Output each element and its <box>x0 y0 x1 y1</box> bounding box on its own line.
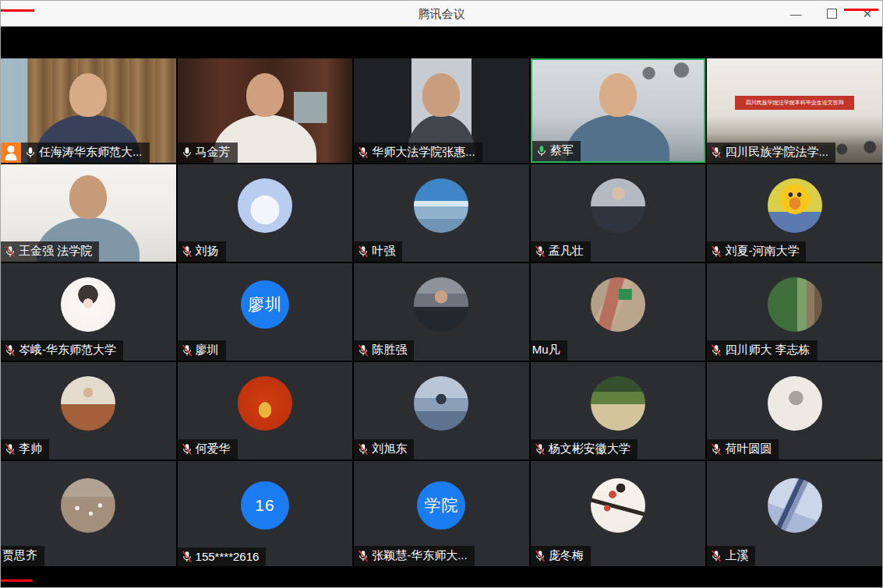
participant-tile[interactable]: 上溪 <box>707 461 882 566</box>
participant-tile[interactable]: 叶强 <box>354 164 529 262</box>
participant-label-row: 贾思齐 <box>1 546 44 566</box>
participant-name: 四川民族学院法学... <box>725 145 828 160</box>
minimize-button[interactable]: — <box>789 7 803 21</box>
participant-tile[interactable]: Mu凡 <box>531 263 706 361</box>
text-avatar: 16 <box>241 481 289 530</box>
mic-muted-icon <box>534 443 546 456</box>
mic-muted-icon <box>4 443 16 456</box>
participant-tile[interactable]: 蔡军 <box>531 58 706 163</box>
maximize-button[interactable] <box>825 7 839 21</box>
participant-name: 王金强 法学院 <box>19 244 92 259</box>
participant-name: 上溪 <box>725 548 748 563</box>
participant-tile[interactable]: 任海涛华东师范大... <box>1 58 176 163</box>
participant-tile[interactable]: 贾思齐 <box>1 461 176 566</box>
red-annotation-line <box>844 9 878 11</box>
participant-name: 杨文彬安徽大学 <box>549 442 630 456</box>
avatar <box>768 478 822 533</box>
participant-tile[interactable]: 刘夏-河南大学 <box>707 164 882 262</box>
participant-tile[interactable]: 四川师大 李志栋 <box>707 263 882 361</box>
mic-speaking-icon <box>535 145 548 157</box>
participant-tile[interactable]: 廖圳廖圳 <box>178 263 353 361</box>
meeting-content: 任海涛华东师范大...马金芳华师大法学院张惠...蔡军四川民族学院法学院本科毕业… <box>1 26 882 587</box>
participant-tile[interactable]: 陈胜强 <box>354 263 529 361</box>
maximize-icon <box>827 9 837 19</box>
avatar <box>414 178 468 233</box>
red-annotation-line <box>1 9 34 12</box>
participant-tile[interactable]: 刘旭东 <box>354 362 529 459</box>
participant-label-row: 叶强 <box>354 241 402 262</box>
mic-muted-icon <box>534 245 546 258</box>
participant-label: 孟凡壮 <box>531 241 591 262</box>
participant-label-row: 蔡军 <box>532 141 581 161</box>
participant-label-row: 刘夏-河南大学 <box>707 241 806 262</box>
participant-label-row: 廖圳 <box>178 340 226 361</box>
avatar <box>768 277 822 332</box>
participant-label: Mu凡 <box>531 340 567 361</box>
mic-muted-icon <box>4 344 16 357</box>
participant-label-row: 155****2616 <box>178 548 267 566</box>
mic-muted-icon <box>4 245 16 258</box>
participant-name: 何爱华 <box>196 442 231 456</box>
participant-label: 马金芳 <box>178 143 238 163</box>
participant-name: 庞冬梅 <box>549 548 584 563</box>
participant-label-row: 岑峨-华东师范大学 <box>1 340 123 361</box>
participant-tile[interactable]: 马金芳 <box>178 58 353 163</box>
participant-name: 李帅 <box>19 442 42 456</box>
titlebar: 腾讯会议 — ✕ <box>1 1 882 27</box>
participant-name: 四川师大 李志栋 <box>725 343 810 357</box>
participant-label: 陈胜强 <box>354 340 414 361</box>
participant-name: 陈胜强 <box>372 343 407 357</box>
avatar <box>61 277 115 332</box>
participant-label-row: 上溪 <box>707 546 755 566</box>
participant-tile[interactable]: 杨文彬安徽大学 <box>531 362 706 459</box>
participant-name: 贾思齐 <box>2 548 37 563</box>
participant-label: 刘旭东 <box>354 439 414 459</box>
text-avatar: 学院 <box>417 481 465 530</box>
participant-tile[interactable]: 荷叶圆圆 <box>707 362 882 459</box>
participant-label: 任海涛华东师范大... <box>21 143 150 163</box>
participant-name: 蔡军 <box>550 143 574 158</box>
participant-label: 杨文彬安徽大学 <box>531 439 638 459</box>
participant-label-row: Mu凡 <box>531 340 567 361</box>
participant-label-row: 荷叶圆圆 <box>707 439 779 459</box>
participant-name: 马金芳 <box>196 145 231 160</box>
mic-muted-icon <box>181 443 193 456</box>
avatar <box>768 376 822 431</box>
mic-muted-icon <box>181 551 193 563</box>
participant-tile[interactable]: 王金强 法学院 <box>1 164 176 262</box>
mic-muted-icon <box>181 245 193 258</box>
participant-name: 刘扬 <box>196 244 219 259</box>
classroom-banner: 四川民族学院法学院本科毕业生论文答辩 <box>735 96 854 109</box>
participant-tile[interactable]: 孟凡壮 <box>531 164 706 262</box>
avatar <box>414 376 468 431</box>
participant-tile[interactable]: 李帅 <box>1 362 176 459</box>
mic-muted-icon <box>710 146 722 159</box>
participant-tile[interactable]: 四川民族学院法学院本科毕业生论文答辩四川民族学院法学... <box>707 58 882 163</box>
participant-grid: 任海涛华东师范大...马金芳华师大法学院张惠...蔡军四川民族学院法学院本科毕业… <box>1 58 882 566</box>
red-annotation-line <box>1 579 32 582</box>
participant-tile[interactable]: 何爱华 <box>178 362 353 459</box>
participant-label-row: 刘旭东 <box>354 439 414 459</box>
mic-muted-icon <box>357 245 369 258</box>
participant-label: 四川师大 李志栋 <box>707 340 817 361</box>
participant-label: 叶强 <box>354 241 402 262</box>
participant-name: 叶强 <box>372 244 395 259</box>
mic-muted-icon <box>357 443 369 456</box>
mic-muted-icon <box>181 344 193 357</box>
participant-tile[interactable]: 16155****2616 <box>178 461 353 566</box>
participant-tile[interactable]: 华师大法学院张惠... <box>354 58 529 163</box>
avatar <box>591 376 645 431</box>
participant-label-row: 四川民族学院法学... <box>707 143 835 163</box>
avatar <box>591 478 645 533</box>
participant-tile[interactable]: 刘扬 <box>178 164 353 262</box>
participant-name: 孟凡壮 <box>549 244 584 259</box>
participant-tile[interactable]: 庞冬梅 <box>531 461 706 566</box>
participant-label: 何爱华 <box>178 439 238 459</box>
avatar <box>591 178 645 233</box>
participant-label-row: 王金强 法学院 <box>1 241 99 262</box>
window-controls: — ✕ <box>789 1 874 26</box>
participant-tile[interactable]: 学院张颖慧-华东师大... <box>354 461 529 566</box>
participant-tile[interactable]: 岑峨-华东师范大学 <box>1 263 176 361</box>
participant-name: 岑峨-华东师范大学 <box>19 343 116 357</box>
participant-label-row: 杨文彬安徽大学 <box>531 439 638 459</box>
